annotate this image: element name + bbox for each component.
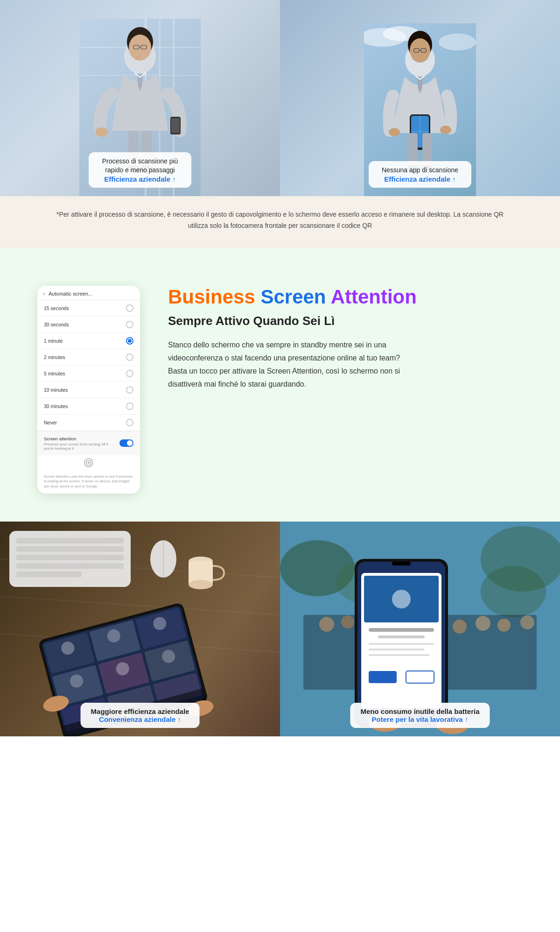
- svg-rect-105: [369, 654, 429, 656]
- svg-rect-47: [16, 538, 124, 544]
- svg-point-93: [520, 615, 534, 629]
- svg-point-11: [129, 35, 151, 61]
- attention-title: Business Screen Attention: [168, 286, 523, 308]
- camera-icon-row: [37, 455, 140, 472]
- bottom-caption-main-right: Meno consumo inutile della batteria: [360, 707, 479, 715]
- svg-rect-103: [369, 643, 434, 645]
- svg-rect-106: [369, 671, 397, 683]
- screen-attention-label: Screen attention: [44, 436, 116, 441]
- title-word-business: Business: [168, 286, 255, 308]
- list-item-15s[interactable]: 15 seconds: [37, 300, 140, 317]
- bottom-caption-main-left: Maggiore efficienza aziendale: [91, 707, 189, 715]
- bottom-caption-right: Meno consumo inutile della batteria Pote…: [350, 703, 490, 728]
- caption-link-left: Efficienza aziendale ↑: [98, 175, 182, 183]
- phone-settings-list: 15 seconds 30 seconds 1 minute 2 minutes…: [37, 300, 140, 494]
- list-item-2m[interactable]: 2 minutes: [37, 349, 140, 366]
- svg-rect-101: [369, 628, 434, 632]
- svg-rect-104: [369, 649, 425, 650]
- screen-attention-row[interactable]: Screen attention Prevents your screen fr…: [37, 431, 140, 455]
- radio-30m[interactable]: [126, 402, 133, 410]
- section-bottom-photos: Maggiore efficienza aziendale Convenienz…: [0, 522, 560, 736]
- caption-link-right: Efficienza aziendale ↑: [378, 175, 462, 183]
- svg-rect-51: [16, 572, 82, 577]
- screen-attention-toggle[interactable]: [119, 439, 133, 447]
- radio-1m-selected[interactable]: [126, 337, 133, 345]
- camera-footnote: Screen attention uses the front camera t…: [37, 472, 140, 494]
- svg-point-28: [389, 128, 400, 136]
- disclaimer-text: *Per attivare il processo di scansione, …: [56, 209, 504, 232]
- section-business-photos: Processo di scansione più rapido e meno …: [0, 0, 560, 196]
- svg-point-9: [95, 127, 108, 137]
- section-disclaimer: *Per attivare il processo di scansione, …: [0, 196, 560, 248]
- svg-rect-49: [16, 555, 124, 560]
- attention-body: Stanco dello schermo che va sempre in st…: [168, 339, 411, 391]
- bottom-panel-left: Maggiore efficienza aziendale Convenienz…: [0, 522, 280, 736]
- svg-point-90: [453, 620, 467, 634]
- bottom-caption-link-right: Potere per la vita lavorativa ↑: [360, 715, 479, 723]
- svg-point-29: [440, 126, 451, 134]
- svg-point-100: [392, 590, 411, 608]
- radio-5m[interactable]: [126, 370, 133, 377]
- title-word-attention: Attention: [331, 286, 417, 308]
- svg-point-84: [319, 617, 334, 632]
- photo-caption-right: Nessuna app di scansione Efficienza azie…: [369, 161, 471, 188]
- attention-text-block: Business Screen Attention Sempre Attivo …: [168, 276, 523, 391]
- list-item-30m[interactable]: 30 minutes: [37, 398, 140, 415]
- back-icon: ‹: [43, 290, 45, 297]
- attention-subtitle: Sempre Attivo Quando Sei Lì: [168, 314, 523, 328]
- list-item-5m[interactable]: 5 minutes: [37, 366, 140, 382]
- caption-main-left: Processo di scansione più rapido e meno …: [98, 157, 182, 175]
- camera-icon: [84, 458, 93, 467]
- phone-mockup: ‹ Automatic screen... 15 seconds 30 seco…: [37, 286, 140, 494]
- section-screen-attention: ‹ Automatic screen... 15 seconds 30 seco…: [0, 248, 560, 522]
- radio-15s[interactable]: [126, 304, 133, 312]
- list-item-1m[interactable]: 1 minute: [37, 333, 140, 349]
- svg-point-92: [497, 619, 511, 632]
- svg-rect-48: [16, 546, 124, 552]
- bottom-panel-right: Meno consumo inutile della batteria Pote…: [280, 522, 560, 736]
- list-item-30s[interactable]: 30 seconds: [37, 317, 140, 333]
- screen-attention-sub: Prevents your screen from turning off if…: [44, 442, 116, 451]
- photo-panel-left: Processo di scansione più rapido e meno …: [0, 0, 280, 196]
- svg-rect-108: [392, 562, 411, 565]
- svg-rect-8: [171, 118, 180, 133]
- svg-point-22: [439, 34, 476, 50]
- phone-screen-title: Automatic screen...: [49, 291, 92, 297]
- svg-rect-50: [16, 563, 124, 569]
- phone-mockup-header: ‹ Automatic screen...: [37, 286, 140, 300]
- list-item-never[interactable]: Never: [37, 415, 140, 431]
- list-item-10m[interactable]: 10 minutes: [37, 382, 140, 398]
- radio-never[interactable]: [126, 419, 133, 426]
- title-word-screen: Screen: [260, 286, 326, 308]
- bottom-caption-link-left: Convenienza aziendale ↑: [91, 715, 189, 723]
- caption-main-right: Nessuna app di scansione: [378, 166, 462, 175]
- radio-10m[interactable]: [126, 386, 133, 394]
- radio-2m[interactable]: [126, 353, 133, 361]
- svg-point-91: [476, 616, 490, 631]
- radio-30s[interactable]: [126, 321, 133, 328]
- svg-point-85: [341, 615, 354, 628]
- svg-rect-102: [378, 635, 425, 638]
- svg-point-56: [189, 580, 213, 589]
- photo-caption-left: Processo di scansione più rapido e meno …: [89, 152, 191, 188]
- svg-point-82: [481, 566, 546, 617]
- svg-point-41: [88, 462, 90, 464]
- bottom-caption-left: Maggiore efficienza aziendale Convenienz…: [81, 703, 200, 728]
- photo-panel-right: Nessuna app di scansione Efficienza azie…: [280, 0, 560, 196]
